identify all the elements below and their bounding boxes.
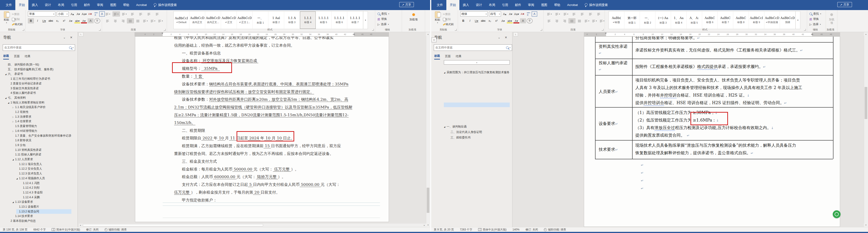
ribbon-tab-left-6[interactable]: 邮件 bbox=[81, 0, 94, 10]
nav-item-left-14[interactable]: ▷1.6 HSE管理能力 bbox=[12, 128, 71, 133]
nav-item-left-21[interactable]: 1.12.1 项目负责人 bbox=[16, 162, 71, 166]
paragraph-align-right-button-right[interactable] bbox=[561, 18, 568, 23]
clipboard-format-painter-button-left[interactable]: 格式刷 bbox=[11, 22, 25, 27]
font-bold-button-left[interactable]: B bbox=[28, 18, 34, 23]
clipboard-dialog-launcher-left[interactable] bbox=[23, 29, 24, 31]
nav-item-right-0[interactable]: ◢采购范围为：井口泄放压与压力恢复检测技术服务 bbox=[444, 70, 506, 75]
ribbon-tab-left-5[interactable]: 引用 bbox=[67, 0, 81, 10]
nav-item-left-27[interactable]: 1.12.4.3 李金阳 bbox=[20, 190, 71, 195]
editing-select-button-right[interactable]: ▷选择▾ bbox=[809, 22, 824, 27]
font-italic-button-right[interactable]: I bbox=[467, 18, 473, 23]
clipboard-cut-button-left[interactable]: ✂ 剪切 bbox=[11, 12, 25, 17]
nav-item-left-11[interactable]: ▷1.3 法律要求 bbox=[12, 114, 71, 119]
nav-item-left-29[interactable]: ◢1.13 设备要求 bbox=[12, 200, 71, 204]
paragraph-dialog-launcher-left[interactable] bbox=[164, 29, 166, 31]
paragraph-distribute-button-left[interactable] bbox=[134, 18, 142, 23]
ribbon-tab-right-6[interactable]: 邮件 bbox=[512, 0, 525, 10]
paragraph-align-right-button-left[interactable] bbox=[119, 18, 126, 23]
nav-item-left-30[interactable]: 1.13.1 设备图片 bbox=[16, 204, 71, 209]
ribbon-tab-right-11[interactable]: 操作说明搜索 bbox=[581, 0, 611, 10]
nav-selection-bar-right[interactable] bbox=[444, 103, 510, 107]
nav-search-input-left[interactable]: 在文档中搜索▾ bbox=[3, 45, 75, 51]
clipboard-cut-button-right[interactable]: ✂ 剪切 bbox=[442, 12, 456, 17]
style-cell-left-2[interactable]: AaBbCcDdI表内正文... bbox=[205, 11, 221, 29]
paragraph-numbering-button-right[interactable]: ▾ bbox=[554, 11, 561, 17]
style-cell-left-8[interactable]: 1.1.1标题 4 bbox=[300, 11, 316, 29]
paragraph-align-left-button-left[interactable] bbox=[104, 18, 111, 23]
font-change-case-button-left[interactable]: Aa▾ bbox=[82, 11, 87, 17]
nav-tab-left-2[interactable]: 结果 bbox=[25, 55, 30, 59]
status-segment-right-3[interactable]: 140% bbox=[513, 228, 520, 231]
font-underline-button-right[interactable]: U▾ bbox=[473, 18, 479, 23]
add-ins-button-left[interactable]: 加载项 bbox=[404, 12, 423, 27]
nav-browse-box-right[interactable]: ▴ bbox=[444, 60, 510, 64]
nav-item-left-10[interactable]: 1.2 有效性 bbox=[12, 110, 71, 114]
font-grow-font-button-left[interactable]: A▴ bbox=[69, 11, 75, 17]
ribbon-tab-right-1[interactable]: 开始 bbox=[446, 0, 459, 10]
editing-select-button-left[interactable]: ▷选择▾ bbox=[377, 22, 400, 27]
font-char-border-button-right[interactable]: A bbox=[532, 11, 537, 17]
nav-item-left-20[interactable]: ◢1.12 人员要求 bbox=[12, 157, 71, 162]
nav-pane-close-right[interactable]: ✕ bbox=[505, 36, 508, 39]
paragraph-sort-button-right[interactable] bbox=[595, 11, 602, 17]
nav-collapse-handle-right[interactable]: ▴ bbox=[432, 37, 436, 42]
paragraph-multilevel-list-button-right[interactable]: ▾ bbox=[562, 11, 570, 17]
ribbon-tab-left-7[interactable]: 审阅 bbox=[94, 0, 106, 10]
nav-item-left-15[interactable]: 1.7 质量、生产安全事故和突发环境事件记录 bbox=[12, 134, 71, 138]
paste-button-right[interactable]: 粘贴▾ bbox=[433, 11, 442, 29]
paragraph-bullets-button-right[interactable]: ▾ bbox=[546, 11, 553, 17]
paragraph-asian-layout-button-right[interactable] bbox=[587, 11, 594, 17]
style-cell-right-10[interactable]: AaBbCcD↵列表段落 bbox=[764, 11, 780, 29]
doc-vscrollbar-track-right[interactable] bbox=[864, 32, 868, 227]
doc-vscroll-up-arrow-right[interactable]: ▴ bbox=[864, 32, 868, 36]
nav-item-left-19[interactable]: 1.11 投标人履约承诺 bbox=[12, 152, 71, 157]
paragraph-justify-button-left[interactable] bbox=[127, 18, 134, 23]
ribbon-tab-left-0[interactable]: 文件 bbox=[2, 0, 15, 10]
font-italic-button-left[interactable]: I bbox=[35, 18, 40, 23]
share-button-left[interactable]: ↗共享 bbox=[399, 2, 414, 7]
style-cell-right-6[interactable]: AaBbC标题 6 bbox=[702, 11, 718, 29]
styles-dialog-launcher-right[interactable] bbox=[804, 29, 806, 31]
paragraph-dialog-launcher-right[interactable] bbox=[602, 29, 603, 31]
nav-item-left-31[interactable]: 1.13.2 租赁合同 bbox=[16, 209, 71, 214]
nav-item-left-18[interactable]: 1.10 资料真实性承诺 bbox=[12, 148, 71, 152]
clipboard-copy-button-left[interactable]: 复制 bbox=[11, 17, 25, 22]
ribbon-tab-right-8[interactable]: 视图 bbox=[538, 0, 551, 10]
paragraph-decrease-indent-button-left[interactable] bbox=[129, 11, 136, 17]
nav-item-left-26[interactable]: 1.12.4.2 刘彤 bbox=[20, 185, 71, 190]
nav-item-left-7[interactable]: ◢七、 其他资料 bbox=[5, 95, 71, 100]
indent-marker-right-right[interactable] bbox=[811, 33, 813, 35]
nav-item-left-13[interactable]: 1.5 质量管理能力 bbox=[12, 124, 71, 128]
nav-item-right-1[interactable]: ◢一、谈判响应函 bbox=[444, 124, 506, 129]
nav-item-left-0[interactable]: 四、 谈判报价表(第一轮) bbox=[5, 62, 71, 67]
style-cell-right-7[interactable]: AaBbC标题 7 bbox=[718, 11, 733, 29]
font-char-shading-button-right[interactable]: A bbox=[520, 18, 526, 23]
paragraph-align-left-button-right[interactable] bbox=[546, 18, 553, 23]
font-pinyin-guide-button-left[interactable]: wén 文 bbox=[93, 11, 99, 17]
font-subscript-button-left[interactable]: x₂ bbox=[55, 18, 60, 23]
paragraph-shading-button-left[interactable]: ▾ bbox=[150, 18, 156, 23]
nav-item-right-2[interactable]: 二、法定代表人身份证明 bbox=[448, 130, 506, 134]
font-font-color-button-left[interactable]: A▾ bbox=[81, 18, 87, 23]
nav-item-left-22[interactable]: 1.12.2 安全负责人 bbox=[16, 166, 71, 171]
style-cell-right-8[interactable]: AaBbC标题 8 bbox=[733, 11, 749, 29]
style-cell-left-5[interactable]: 一、标题 1 bbox=[253, 11, 268, 29]
indent-marker-right-left[interactable] bbox=[353, 33, 355, 35]
style-cell-left-7[interactable]: 1.1 A标题 3 bbox=[284, 11, 300, 29]
font-dialog-launcher-right[interactable] bbox=[540, 29, 542, 31]
nav-pane-chevron-left[interactable]: ⌄ bbox=[63, 36, 67, 39]
paste-button-left[interactable]: 粘贴▾ bbox=[2, 11, 11, 29]
nav-tab-left-1[interactable]: 页面 bbox=[14, 55, 20, 59]
nav-item-left-1[interactable]: 五、 技术报价偏离表(工程、服务类) bbox=[5, 67, 71, 71]
styles-more-button-right[interactable]: ▾ bbox=[796, 11, 800, 29]
doc-hscrollbar-thumb-left[interactable] bbox=[83, 224, 263, 226]
style-cell-right-0[interactable]: AaBb(↵标题 bbox=[609, 11, 624, 29]
style-cell-left-0[interactable]: AaBbCcI↵Default bbox=[174, 11, 189, 29]
nav-item-left-6[interactable]: 4 投标人履约承诺书 bbox=[8, 91, 71, 95]
status-segment-right-2[interactable]: 简体中文(中国大陆) bbox=[478, 228, 506, 232]
nav-tab-right-0[interactable]: 标题 bbox=[434, 54, 440, 59]
font-highlight-button-right[interactable]: ab▾ bbox=[507, 18, 513, 23]
paragraph-borders-button-right[interactable]: ▾ bbox=[599, 18, 606, 23]
status-segment-right-0[interactable]: 第 9 页, 共 20 页 bbox=[434, 228, 454, 232]
paragraph-increase-indent-button-left[interactable] bbox=[137, 11, 145, 17]
